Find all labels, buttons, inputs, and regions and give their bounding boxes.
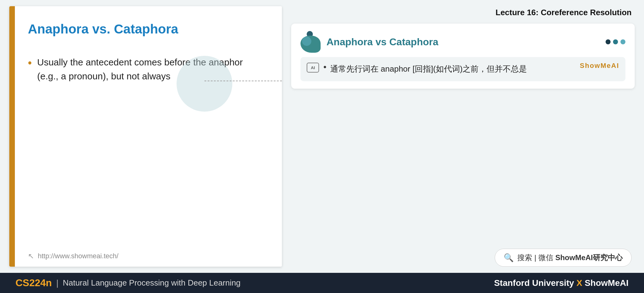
search-area: 🔍 搜索 | 微信 ShowMeAI研究中心: [291, 249, 635, 267]
dot-3: [620, 39, 625, 44]
translation-text-area: ShowMeAI 通常先行词在 anaphor [回指](如代词)之前，但并不总…: [323, 63, 619, 76]
university-name: Stanford University: [494, 278, 574, 288]
course-description: Natural Language Processing with Deep Le…: [63, 278, 241, 288]
brand-label: ShowMeAI: [580, 62, 619, 70]
x-symbol: X: [576, 278, 585, 288]
slide-footer: ↖ http://www.showmeai.tech/: [9, 246, 282, 267]
translation-text: 通常先行词在 anaphor [回指](如代词)之前，但并不总是: [330, 63, 527, 76]
translation-card: Anaphora vs Cataphora AI ShowMeAI 通常先行词在…: [291, 24, 635, 89]
spacer: [291, 95, 635, 242]
main-content: Anaphora vs. Cataphora Usually the antec…: [0, 0, 644, 273]
translation-bullet: 通常先行词在 anaphor [回指](如代词)之前，但并不总是: [323, 63, 619, 76]
lecture-header: Lecture 16: Coreference Resolution: [291, 6, 635, 17]
right-panel: Lecture 16: Coreference Resolution Anaph…: [291, 6, 635, 267]
search-box[interactable]: 🔍 搜索 | 微信 ShowMeAI研究中心: [495, 249, 632, 267]
bottom-bar: CS224n | Natural Language Processing wit…: [0, 273, 644, 293]
bottom-separator: |: [56, 278, 58, 288]
slide-border: [9, 6, 15, 267]
card-logo: [300, 31, 322, 53]
translation-content-box: AI ShowMeAI 通常先行词在 anaphor [回指](如代词)之前，但…: [300, 57, 625, 81]
search-label: 搜索 | 微信 ShowMeAI研究中心: [517, 253, 623, 263]
search-icon: 🔍: [504, 253, 514, 263]
ai-badge: AI: [307, 63, 319, 73]
brand-name-footer: ShowMeAI: [585, 278, 629, 288]
circle-decoration: [177, 56, 232, 112]
slide-inner: Anaphora vs. Cataphora Usually the antec…: [9, 6, 282, 246]
bottom-left: CS224n | Natural Language Processing wit…: [15, 277, 241, 289]
dashed-line: [204, 81, 282, 81]
card-logo-area: Anaphora vs Cataphora: [300, 31, 438, 53]
card-title: Anaphora vs Cataphora: [326, 36, 438, 48]
logo-detail: [302, 37, 311, 46]
dot-2: [613, 39, 618, 44]
slide-footer-url[interactable]: http://www.showmeai.tech/: [38, 252, 118, 260]
course-code: CS224n: [15, 277, 52, 289]
slide-title: Anaphora vs. Cataphora: [28, 22, 263, 37]
ai-badge-text: AI: [311, 65, 315, 70]
card-header-row: Anaphora vs Cataphora: [300, 31, 625, 53]
bottom-right: Stanford University X ShowMeAI: [494, 278, 629, 288]
slide-panel: Anaphora vs. Cataphora Usually the antec…: [9, 6, 282, 267]
card-dots: [606, 39, 625, 44]
cursor-icon: ↖: [28, 252, 34, 260]
dot-1: [606, 39, 611, 44]
